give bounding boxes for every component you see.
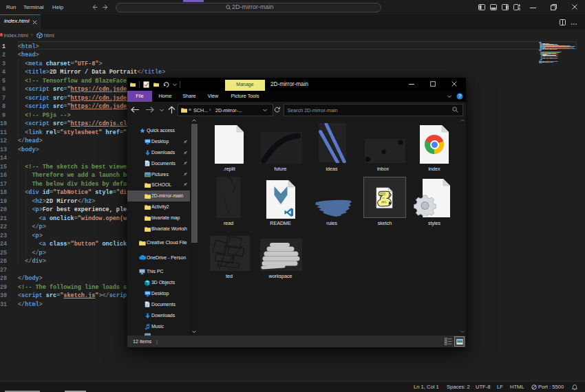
svg-text:?: ? <box>458 94 461 98</box>
